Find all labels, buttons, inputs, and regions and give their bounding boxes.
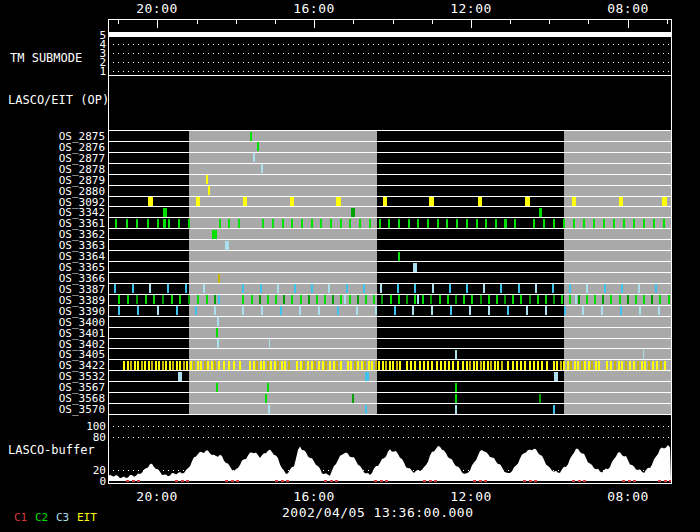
- event-tick: [524, 361, 526, 370]
- event-tick: [136, 295, 138, 304]
- event-tick: [148, 361, 150, 370]
- buffer-red-mark: [423, 480, 426, 482]
- tm-submode-gridline: [108, 71, 672, 72]
- tm-submode-bottom-border: [108, 75, 672, 76]
- event-tick: [563, 361, 565, 370]
- event-tick: [618, 361, 620, 370]
- event-tick: [270, 361, 272, 370]
- event-tick: [301, 219, 303, 228]
- event-tick: [186, 361, 188, 370]
- event-tick: [299, 306, 301, 315]
- event-tick: [471, 295, 473, 304]
- event-tick: [497, 361, 499, 370]
- event-tick: [431, 306, 433, 315]
- event-tick: [158, 361, 160, 370]
- event-tick: [277, 284, 279, 293]
- event-tick: [349, 219, 351, 228]
- event-tick: [212, 230, 217, 239]
- os-row-separator: [108, 239, 672, 240]
- event-tick: [663, 219, 665, 228]
- event-tick: [437, 219, 439, 228]
- event-tick: [419, 361, 421, 370]
- event-tick: [488, 295, 490, 304]
- event-tick: [157, 306, 159, 315]
- event-tick: [217, 339, 219, 348]
- event-tick: [251, 295, 253, 304]
- event-tick: [197, 295, 199, 304]
- event-tick: [456, 219, 458, 228]
- event-tick: [225, 241, 229, 250]
- event-tick: [414, 295, 416, 304]
- event-tick: [176, 306, 178, 315]
- event-tick: [314, 361, 316, 370]
- event-tick: [265, 394, 267, 403]
- event-tick: [448, 361, 450, 370]
- event-tick: [399, 361, 401, 370]
- event-tick: [300, 361, 302, 370]
- os-row-separator: [108, 152, 672, 153]
- tm-submode-label: TM SUBMODE: [10, 52, 96, 65]
- event-tick: [431, 361, 433, 370]
- event-tick: [214, 295, 216, 304]
- event-tick: [553, 361, 555, 370]
- event-tick: [545, 295, 547, 304]
- event-tick: [361, 361, 363, 370]
- plot-left-border: [108, 19, 109, 483]
- event-tick: [408, 219, 410, 228]
- event-tick: [311, 361, 313, 370]
- event-tick: [543, 219, 545, 228]
- event-tick: [614, 361, 616, 370]
- event-tick: [462, 361, 464, 370]
- event-tick: [365, 372, 369, 381]
- event-tick: [625, 361, 627, 370]
- minor-hour-tick: [353, 19, 354, 24]
- event-tick: [643, 350, 644, 359]
- time-label: 20:00: [133, 490, 181, 504]
- event-tick: [179, 295, 181, 304]
- event-tick: [660, 361, 662, 370]
- event-tick: [483, 361, 485, 370]
- minor-hour-tick: [588, 19, 589, 24]
- event-tick: [193, 361, 195, 370]
- event-tick: [659, 295, 661, 304]
- event-tick: [501, 361, 503, 370]
- time-label: 16:00: [290, 490, 338, 504]
- event-tick: [365, 405, 367, 414]
- event-tick: [584, 361, 586, 370]
- event-tick: [623, 219, 625, 228]
- event-tick: [388, 219, 390, 228]
- event-tick: [429, 197, 434, 206]
- event-tick: [206, 295, 208, 304]
- event-tick: [250, 132, 252, 141]
- event-tick: [261, 306, 263, 315]
- event-tick: [496, 295, 498, 304]
- event-tick: [643, 295, 645, 304]
- event-tick: [641, 361, 643, 370]
- event-tick: [218, 361, 220, 370]
- event-tick: [307, 361, 309, 370]
- time-label: 20:00: [133, 2, 181, 16]
- event-tick: [260, 284, 262, 293]
- event-tick: [569, 284, 571, 293]
- event-tick: [115, 219, 117, 228]
- event-tick: [238, 219, 240, 228]
- event-tick: [483, 284, 485, 293]
- event-tick: [329, 361, 331, 370]
- event-tick: [118, 295, 120, 304]
- event-tick: [118, 306, 120, 315]
- buffer-red-mark: [385, 480, 388, 482]
- tm-submode-gridline: [108, 62, 672, 63]
- event-tick: [606, 361, 608, 370]
- event-tick: [494, 361, 496, 370]
- event-tick: [190, 361, 192, 370]
- event-tick: [392, 361, 394, 370]
- time-label: 16:00: [290, 2, 338, 16]
- event-tick: [151, 361, 153, 370]
- event-tick: [134, 361, 136, 370]
- event-tick: [218, 295, 220, 304]
- event-tick: [553, 405, 555, 414]
- tm-submode-value-bar: [108, 32, 672, 37]
- event-tick: [457, 361, 459, 370]
- event-tick: [488, 306, 490, 315]
- event-tick: [127, 361, 129, 370]
